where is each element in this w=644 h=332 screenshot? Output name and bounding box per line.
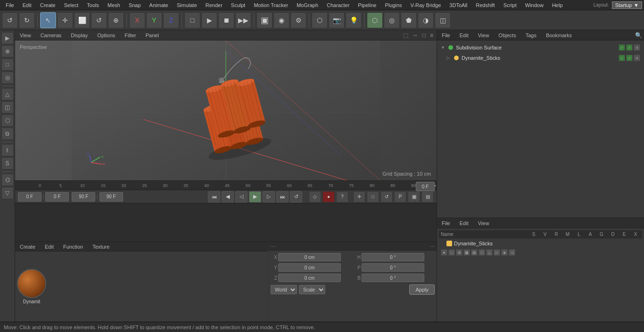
coord-b-input[interactable]	[362, 274, 424, 282]
left-tool-11[interactable]: ⌬	[1, 174, 14, 186]
viewport-tab-panel[interactable]: Panel	[143, 32, 162, 39]
am-icon-6[interactable]: ⬡	[479, 249, 485, 256]
menu-sculpt[interactable]: Sculpt	[227, 1, 249, 9]
viewport-tab-options[interactable]: Options	[94, 32, 118, 39]
mat-tab-function[interactable]: Function	[60, 243, 86, 250]
menu-mograph[interactable]: MoGraph	[293, 1, 322, 9]
om-action-vis-subdivision[interactable]: ✓	[626, 44, 633, 51]
record-button[interactable]: ●	[322, 191, 335, 202]
search-icon[interactable]: 🔍	[635, 32, 642, 39]
coord-y-input[interactable]	[278, 263, 341, 272]
deformer-button[interactable]: ◫	[435, 12, 451, 28]
menu-tools[interactable]: Tools	[83, 1, 103, 9]
om-tab-file[interactable]: File	[439, 32, 453, 39]
redo-button[interactable]: ↻	[19, 12, 35, 28]
mat-tab-create[interactable]: Create	[17, 243, 38, 250]
expand-icon-dynamite[interactable]: ▷	[446, 56, 451, 60]
menu-pipeline[interactable]: Pipeline	[354, 1, 380, 9]
grid-button[interactable]: ▦	[408, 191, 420, 202]
end2-frame-input[interactable]	[99, 192, 123, 202]
end-frame-input[interactable]	[72, 192, 95, 202]
om-row-dynamite[interactable]: ▷ Dynamite_Sticks ✓ ✓ ×	[437, 53, 644, 63]
menu-create[interactable]: Create	[36, 1, 59, 9]
light-button[interactable]: 💡	[346, 12, 362, 28]
menu-script[interactable]: Script	[500, 1, 520, 9]
object-mode-button[interactable]: □	[184, 12, 200, 28]
menu-character[interactable]: Character	[323, 1, 353, 9]
floor-button[interactable]: ⬡	[312, 12, 328, 28]
rotate-transport-button[interactable]: ↺	[380, 191, 393, 202]
left-tool-4[interactable]: ◎	[1, 72, 14, 84]
help-button[interactable]: ?	[336, 191, 348, 202]
menu-mesh[interactable]: Mesh	[104, 1, 124, 9]
apply-button[interactable]: Apply	[409, 284, 435, 295]
left-tool-10[interactable]: S	[1, 157, 14, 170]
am-tab-view[interactable]: View	[475, 219, 492, 227]
render-button[interactable]: ▣	[256, 12, 272, 28]
menu-simulate[interactable]: Simulate	[173, 1, 201, 9]
om-action-x-subdivision[interactable]: ×	[634, 44, 640, 51]
viewport-icon-3[interactable]: □	[421, 32, 427, 39]
coord-z-input[interactable]	[278, 274, 341, 282]
am-tab-edit[interactable]: Edit	[457, 219, 471, 227]
current-frame-input[interactable]	[45, 192, 69, 202]
transform-tool-button[interactable]: ⊕	[108, 12, 124, 28]
play-forward-button[interactable]: ▶	[249, 191, 261, 202]
coord-h-input[interactable]	[362, 253, 424, 261]
camera-button[interactable]: 📷	[329, 12, 345, 28]
mat-tab-texture[interactable]: Texture	[90, 243, 112, 250]
left-tool-5[interactable]: △	[1, 88, 14, 100]
left-tool-8[interactable]: ⧉	[1, 128, 14, 140]
next-frame-button-2[interactable]: ▷	[263, 191, 275, 202]
am-icon-10[interactable]: ◁	[509, 249, 515, 256]
am-icon-3[interactable]: ⊕	[456, 249, 462, 256]
am-icon-7[interactable]: △	[486, 249, 493, 256]
undo-button[interactable]: ↺	[2, 12, 18, 28]
om-tab-view[interactable]: View	[475, 32, 492, 39]
om-action-green-dynamite[interactable]: ✓	[619, 55, 625, 61]
menu-plugins[interactable]: Plugins	[381, 1, 405, 9]
viewport-icon-4[interactable]: ≡	[429, 32, 435, 39]
loop-button[interactable]: ↺	[290, 191, 302, 202]
render-settings-button[interactable]: ⚙	[290, 12, 306, 28]
viewport-icon-2[interactable]: ↔	[411, 32, 420, 39]
menu-motion-tracker[interactable]: Motion Tracker	[250, 1, 292, 9]
am-icon-2[interactable]: □	[448, 249, 455, 256]
stop-button[interactable]: ⏹	[218, 12, 234, 28]
prev-frame-button[interactable]: ◀	[222, 191, 234, 202]
3d-viewport[interactable]: Y X Z Perspective Grid Spacing : 10 cm	[15, 40, 437, 180]
move-transport-button[interactable]: ✛	[353, 191, 365, 202]
menu-select[interactable]: Select	[60, 1, 83, 9]
om-tab-tags[interactable]: Tags	[523, 32, 539, 39]
left-tool-3[interactable]: □	[1, 58, 14, 71]
menu-animate[interactable]: Animate	[146, 1, 172, 9]
param-button[interactable]: P	[394, 191, 406, 202]
cube-button[interactable]: ⬡	[367, 12, 383, 28]
next-frame-button[interactable]: ▶▶	[235, 12, 251, 28]
am-icon-8[interactable]: ▷	[494, 249, 500, 256]
menu-redshift[interactable]: Redshift	[472, 1, 498, 9]
viewport-tab-display[interactable]: Display	[68, 32, 91, 39]
left-tool-12[interactable]: ▽	[1, 187, 14, 199]
left-tool-2[interactable]: ⊕	[1, 45, 14, 57]
expand-icon-subdivision[interactable]: ▼	[441, 45, 446, 50]
om-tab-edit[interactable]: Edit	[457, 32, 471, 39]
render-view-button[interactable]: ◉	[273, 12, 289, 28]
material-item[interactable]: Dynamit	[17, 269, 46, 304]
scale-tool-button[interactable]: ⬜	[74, 12, 90, 28]
y-axis-button[interactable]: Y	[146, 12, 162, 28]
coord-scale-select[interactable]: Scale	[299, 285, 325, 294]
menu-window[interactable]: Window	[521, 1, 547, 9]
mat-tab-edit[interactable]: Edit	[42, 243, 57, 250]
filter-button[interactable]: ▤	[421, 191, 434, 202]
menu-help[interactable]: Help	[548, 1, 567, 9]
select-tool-button[interactable]: ↖	[40, 12, 56, 28]
coord-x-input[interactable]	[278, 253, 341, 261]
om-action-vis-dynamite[interactable]: ✓	[626, 55, 633, 61]
menu-file[interactable]: File	[2, 1, 18, 9]
viewport-tab-filter[interactable]: Filter	[122, 32, 139, 39]
goto-start-button[interactable]: ⏮	[208, 191, 220, 202]
left-tool-7[interactable]: ⬡	[1, 114, 14, 127]
left-tool-1[interactable]: ▶	[1, 32, 14, 44]
om-tab-bookmarks[interactable]: Bookmarks	[543, 32, 575, 39]
